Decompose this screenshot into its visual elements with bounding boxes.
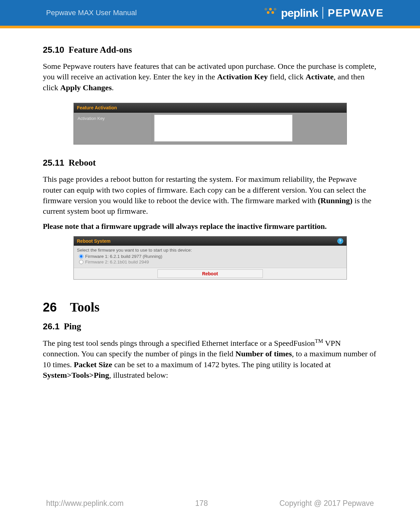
brand-divider <box>322 7 323 19</box>
document-header: Pepwave MAX User Manual peplink PEPWAVE <box>0 0 420 26</box>
heading-25-10: 25.10 Feature Add-ons <box>43 45 377 55</box>
brand-text-pepwave: PEPWAVE <box>328 7 384 19</box>
header-accent-bar <box>0 26 420 28</box>
reboot-button[interactable]: Reboot <box>157 269 263 278</box>
paragraph-reboot: This page provides a reboot button for r… <box>43 174 377 217</box>
heading-title: Tools <box>70 300 99 315</box>
heading-title: Ping <box>64 321 81 331</box>
panel-header-feature-activation: Feature Activation <box>74 103 347 113</box>
page-footer: http://www.peplink.com 178 Copyright @ 2… <box>0 499 420 508</box>
logo-dots-icon <box>265 8 276 14</box>
heading-26-1: 26.1 Ping <box>43 321 377 332</box>
firmware-radio-1[interactable] <box>79 254 83 259</box>
paragraph-feature-addons: Some Pepwave routers have features that … <box>43 61 377 93</box>
activation-key-input[interactable] <box>154 115 293 142</box>
heading-number: 26 <box>43 300 57 314</box>
heading-number: 26.1 <box>43 321 60 331</box>
firmware-option-1[interactable]: Firmware 1: 6.2.1 build 2977 (Running) <box>79 254 343 259</box>
manual-title: Pepwave MAX User Manual <box>46 9 137 17</box>
reboot-instruction: Select the firmware you want to use to s… <box>77 248 343 253</box>
firmware-option-2-label: Firmware 2: 6.2.1b01 build 2949 <box>85 260 149 264</box>
feature-activation-panel: Feature Activation Activation Key <box>73 103 347 145</box>
heading-number: 25.10 <box>43 45 64 55</box>
firmware-option-1-label: Firmware 1: 6.2.1 build 2977 (Running) <box>85 254 162 259</box>
note-firmware-upgrade: Please note that a firmware upgrade will… <box>43 221 377 232</box>
heading-25-11: 25.11 Reboot <box>43 158 377 168</box>
help-icon[interactable]: ? <box>337 238 343 244</box>
reboot-system-panel: Reboot System ? Select the firmware you … <box>73 236 347 280</box>
footer-copyright: Copyright @ 2017 Pepwave <box>279 499 374 508</box>
activation-key-label: Activation Key <box>74 113 152 144</box>
paragraph-ping: The ping test tool sends pings through a… <box>43 338 377 381</box>
heading-26: 26Tools <box>43 299 377 315</box>
panel-title: Reboot System <box>77 238 111 244</box>
brand-logo: peplink PEPWAVE <box>265 7 384 19</box>
firmware-radio-2[interactable] <box>79 260 83 264</box>
heading-title: Reboot <box>69 158 96 168</box>
panel-header-reboot-system: Reboot System ? <box>74 236 347 246</box>
heading-title: Feature Add-ons <box>69 45 132 55</box>
page-content: 25.10 Feature Add-ons Some Pepwave route… <box>0 28 420 380</box>
brand-text-peplink: peplink <box>281 7 318 19</box>
footer-page-number: 178 <box>195 499 208 508</box>
firmware-option-2[interactable]: Firmware 2: 6.2.1b01 build 2949 <box>79 260 343 264</box>
heading-number: 25.11 <box>43 158 64 168</box>
footer-url: http://www.peplink.com <box>46 499 124 508</box>
